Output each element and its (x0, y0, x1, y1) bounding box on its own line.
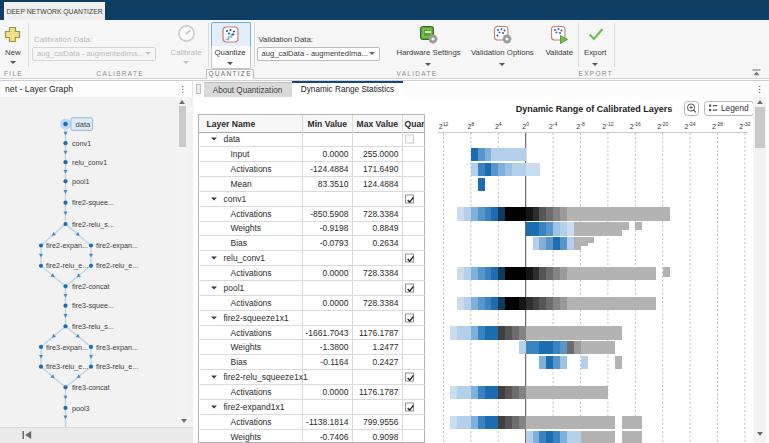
svg-text:2-16: 2-16 (630, 121, 641, 130)
svg-text:pool3: pool3 (72, 404, 90, 413)
svg-text:2-28: 2-28 (712, 121, 723, 130)
svg-text:fire2-relu_s...: fire2-relu_s... (72, 220, 114, 229)
svg-text:212: 212 (439, 121, 449, 130)
svg-text:fire3-relu_s...: fire3-relu_s... (72, 322, 114, 331)
svg-text:fire2-expan...: fire2-expan... (46, 241, 88, 250)
svg-text:pool1: pool1 (72, 177, 90, 186)
svg-text:fire2-relu_e...: fire2-relu_e... (96, 261, 138, 270)
svg-text:28: 28 (468, 121, 475, 130)
svg-text:20: 20 (522, 121, 529, 130)
svg-text:2-8: 2-8 (576, 121, 585, 130)
svg-text:fire3-squee...: fire3-squee... (72, 301, 114, 310)
svg-text:2-4: 2-4 (549, 121, 558, 130)
svg-text:fire2-expan...: fire2-expan... (96, 241, 138, 250)
svg-text:fire3-relu_e...: fire3-relu_e... (46, 362, 88, 371)
svg-text:fire3-expan...: fire3-expan... (96, 343, 138, 352)
svg-text:data: data (76, 120, 92, 129)
svg-text:Legend: Legend (721, 103, 749, 113)
svg-text:2-32: 2-32 (739, 121, 750, 130)
svg-text:relu_conv1: relu_conv1 (72, 158, 107, 167)
svg-text:fire3-concat: fire3-concat (72, 383, 110, 392)
svg-text:conv1: conv1 (72, 139, 91, 148)
svg-text:fire3-expan...: fire3-expan... (46, 343, 88, 352)
svg-text:fire3-relu_e...: fire3-relu_e... (96, 362, 138, 371)
svg-text:fire2-relu_e...: fire2-relu_e... (46, 261, 88, 270)
svg-text:2-12: 2-12 (602, 121, 613, 130)
svg-text:fire2-squee...: fire2-squee... (72, 198, 114, 207)
svg-text:24: 24 (495, 121, 502, 130)
svg-text:2-24: 2-24 (685, 121, 696, 130)
svg-text:2-20: 2-20 (657, 121, 668, 130)
svg-text:fire2-concat: fire2-concat (72, 282, 110, 291)
svg-text:Dynamic Range of Calibrated La: Dynamic Range of Calibrated Layers (516, 104, 673, 114)
